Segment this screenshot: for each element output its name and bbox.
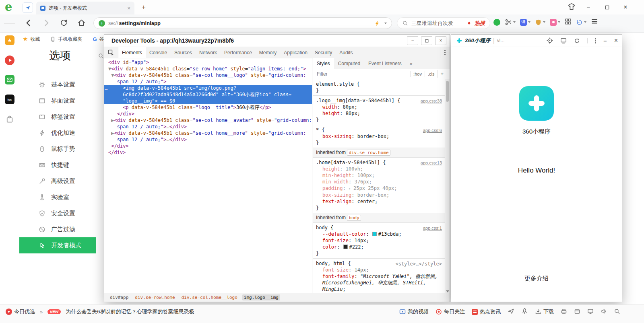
plugin-puzzle-icon[interactable] (5, 114, 14, 124)
breadcrumb-item[interactable]: div#app (108, 294, 130, 300)
sidebar-item-flask[interactable]: 实验室 (19, 189, 96, 205)
bookmark-phone-favorites[interactable]: 手机收藏夹 (50, 36, 82, 43)
scrollbar-down-icon[interactable] (446, 290, 449, 292)
scrollbar-thumb[interactable] (446, 81, 449, 102)
sidebar-item-keyboard[interactable]: 快捷键 (19, 157, 96, 173)
breadcrumb-item[interactable]: div.se-row.home (133, 294, 176, 300)
headline-link[interactable]: 为什么会丢失6岁以前的记忆？心理学家的答案细思恐极 (66, 308, 194, 315)
browser-tab[interactable]: 选项 - 开发者模式 × (36, 2, 134, 14)
dom-line[interactable]: </div> (104, 149, 312, 156)
dom-line[interactable]: <div id="app"> (104, 59, 312, 66)
inspect-element-icon[interactable] (104, 47, 118, 58)
dom-line[interactable]: "logo__img"> == $0 (104, 98, 312, 104)
address-dropdown-icon[interactable] (384, 23, 387, 24)
devtools-tab-console[interactable]: Console (146, 47, 171, 58)
speed-mode-icon[interactable] (23, 2, 33, 13)
more-tabs-chevron[interactable]: » (406, 58, 417, 69)
refresh-icon[interactable] (60, 19, 68, 29)
dom-line[interactable]: … <img data-v-584e45b1 src="img/logo.png… (104, 85, 312, 91)
rocket-icon[interactable] (521, 308, 528, 316)
address-bar[interactable]: + se:// settings/miniapp (93, 17, 392, 29)
breadcrumb-item[interactable]: img.logo__img (242, 294, 280, 300)
dom-line[interactable]: span 12 / auto;">…</div> (104, 136, 312, 143)
cast-screen-icon[interactable] (560, 37, 567, 44)
class-toggle[interactable]: .cls (425, 71, 438, 77)
locate-icon[interactable] (547, 37, 553, 44)
new-tab-button[interactable]: + (139, 3, 148, 12)
box-icon[interactable] (574, 308, 580, 316)
lightning-icon[interactable] (374, 20, 380, 27)
undo-icon[interactable] (576, 19, 586, 26)
style-rule[interactable]: element.style {} (313, 79, 445, 96)
devtools-tab-security[interactable]: Security (311, 47, 336, 58)
theme-skin-icon[interactable] (568, 3, 576, 12)
sidebar-item-window[interactable]: 界面设置 (19, 93, 96, 109)
miniapp-titlebar[interactable]: 360小程序 | vi... − × (451, 35, 622, 47)
scissors-extension-icon[interactable] (505, 19, 516, 26)
tab-styles[interactable]: Styles (313, 58, 334, 69)
miniapp-refresh-icon[interactable] (574, 38, 580, 44)
sidebar-item-shield[interactable]: 安全设置 (19, 205, 96, 221)
dom-line[interactable]: 6c8dc2f3d027ada9548d14a5a3266d0d" alt="3… (104, 91, 312, 98)
isc-app-icon[interactable]: isc (5, 95, 14, 104)
dom-line[interactable]: ▼<div data-v-584e45b1 class="se-row home… (104, 66, 312, 72)
devtools-tab-network[interactable]: Network (196, 47, 221, 58)
bookmark-google[interactable]: G 谷 (93, 36, 104, 43)
tab-close-icon[interactable]: × (127, 5, 130, 11)
hot-news-item[interactable]: 热点资讯 (472, 308, 501, 315)
back-icon[interactable] (24, 19, 33, 29)
window-maximize-button[interactable] (599, 2, 615, 13)
favorites-badge-icon[interactable]: ★ (5, 35, 14, 45)
speaker-icon[interactable] (601, 308, 607, 316)
forward-icon[interactable] (42, 19, 51, 29)
style-rule[interactable]: app.css:1body {--default-color: #13cbda;… (313, 223, 445, 259)
dom-line[interactable]: </div> (104, 111, 312, 117)
style-rule[interactable]: app.css:13.home[data-v-584e45b1] {height… (313, 158, 445, 213)
style-rule[interactable]: app.css:38.logo__img[data-v-584e45b1] {w… (313, 96, 445, 125)
devtools-tab-performance[interactable]: Performance (221, 47, 256, 58)
new-style-rule-button[interactable]: + (437, 70, 446, 78)
home-icon[interactable] (77, 19, 86, 29)
styles-scrollbar[interactable] (445, 79, 450, 293)
daily-follow-item[interactable]: 每日关注 (436, 308, 465, 315)
stylesheet-link[interactable]: app.css:6 (423, 127, 442, 134)
dom-line[interactable]: span 12 / auto;">…</div> (104, 123, 312, 130)
window-close-button[interactable]: × (617, 2, 634, 13)
breadcrumb-item[interactable]: div.se-col.home__logo (180, 294, 239, 300)
sidebar-item-tools[interactable]: 高级设置 (19, 173, 96, 189)
node-link[interactable]: div.se-row.home (347, 150, 390, 156)
chevrons-icon[interactable]: » (40, 309, 43, 315)
devtools-minimize-button[interactable]: − (407, 36, 418, 45)
styles-filter-input[interactable] (316, 71, 410, 77)
dom-line[interactable]: <p data-v-584e45b1 class="logo__title">3… (104, 104, 312, 111)
node-link[interactable]: body (347, 215, 361, 221)
video-app-icon[interactable] (5, 56, 14, 65)
devtools-close-button[interactable]: × (435, 36, 446, 45)
devtools-more-icon[interactable] (440, 47, 450, 58)
hot-search-label[interactable]: 热搜 (475, 20, 485, 27)
dom-line[interactable]: span 12 / auto;"> (104, 78, 312, 85)
devtools-tab-sources[interactable]: Sources (171, 47, 196, 58)
stylesheet-link[interactable]: <style>…</style> (395, 261, 442, 267)
miniapp-minimize-button[interactable]: − (603, 37, 607, 44)
stylesheet-link[interactable]: app.css:38 (421, 98, 442, 104)
miniapp-menu-icon[interactable] (595, 38, 596, 43)
tab-event-listeners[interactable]: Event Listeners (364, 58, 406, 69)
green-extension-icon[interactable] (493, 19, 500, 26)
my-videos-item[interactable]: 我的视频 (399, 308, 429, 315)
dom-line[interactable]: ▶<div data-v-584e45b1 class="se-col home… (104, 117, 312, 123)
download-item[interactable]: 下载 (535, 308, 554, 315)
printer-icon[interactable] (561, 308, 567, 316)
devtools-tab-application[interactable]: Application (280, 47, 311, 58)
bookmark-favorites[interactable]: ★ 收藏 (23, 35, 40, 43)
translate-extension-icon[interactable]: 译 (520, 19, 530, 26)
devtools-tab-audits[interactable]: Audits (336, 47, 356, 58)
dom-line[interactable]: </div> (104, 143, 312, 149)
sidebar-item-block[interactable]: 广告过滤 (19, 221, 96, 237)
devtools-tab-elements[interactable]: Elements (118, 47, 146, 58)
style-rule[interactable]: <style>…</style>body, html {font-size: 1… (313, 259, 445, 293)
daily-pick-item[interactable]: ♥ 今日优选 (6, 308, 35, 315)
devtools-tab-memory[interactable]: Memory (256, 47, 280, 58)
sidebar-item-dev[interactable]: 开发者模式 (19, 237, 96, 253)
miniapp-more-link[interactable]: 更多介绍 (451, 275, 622, 282)
